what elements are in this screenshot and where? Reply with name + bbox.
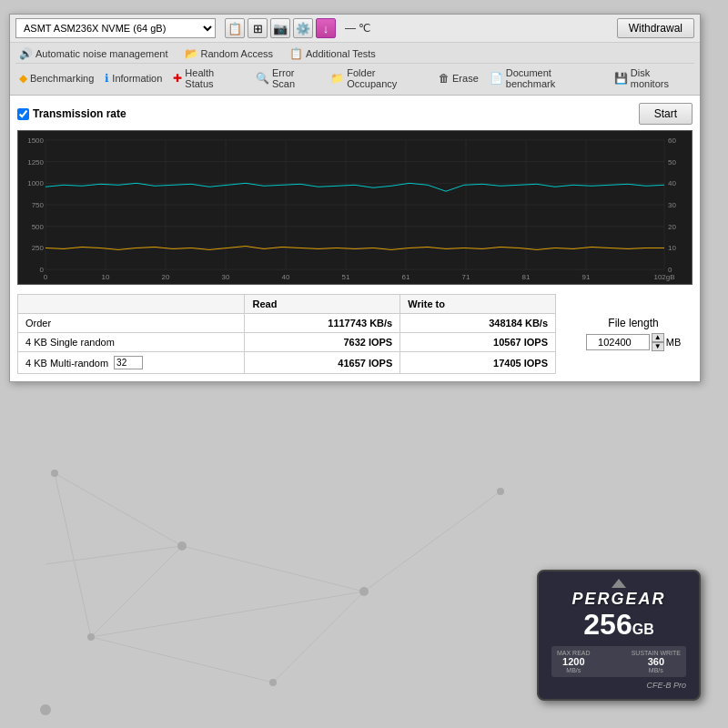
data-table: Read Write to Order 1117743 KB/s 348184 … — [17, 294, 556, 374]
main-content: Transmission rate Start — [10, 96, 700, 381]
card-spec-write: SUSTAIN WRITE 360 MB/s — [632, 650, 681, 673]
icon-copy[interactable]: 📋 — [225, 18, 245, 38]
card-read-label: MAX READ — [557, 650, 591, 656]
card-write-label: SUSTAIN WRITE — [632, 650, 681, 656]
file-length-up[interactable]: ▲ — [652, 333, 664, 342]
nav-additional-tests[interactable]: 📋 Additional Tests — [286, 46, 379, 61]
table-row: Order 1117743 KB/s 348184 KB/s — [18, 314, 556, 333]
scan-icon: 🔍 — [256, 72, 269, 85]
disk-icon: 💾 — [614, 72, 628, 85]
nav-area: 🔊 Automatic noise management 📂 Random Ac… — [10, 43, 700, 96]
nav-auto-noise[interactable]: 🔊 Automatic noise management — [15, 46, 172, 61]
row-label: Order — [18, 314, 245, 333]
svg-text:500: 500 — [32, 223, 45, 231]
card-read-unit: MB/s — [566, 667, 581, 673]
svg-text:10: 10 — [668, 244, 676, 252]
icon-camera[interactable]: 📷 — [270, 18, 290, 38]
nav-row2: ◆ Benchmarking ℹ Information ✚ Health St… — [15, 64, 694, 93]
nav-folder-occupancy[interactable]: 📁 Folder Occupancy — [327, 66, 431, 90]
svg-point-11 — [177, 541, 187, 551]
nav-erase[interactable]: 🗑 Erase — [435, 66, 482, 90]
nav-row1: 🔊 Automatic noise management 📂 Random Ac… — [15, 45, 694, 64]
svg-text:40: 40 — [282, 273, 290, 281]
file-length-label: File length — [608, 317, 658, 329]
col-header-write: Write to — [400, 295, 556, 314]
svg-text:40: 40 — [668, 179, 676, 187]
card-spec-read: MAX READ 1200 MB/s — [557, 650, 591, 673]
svg-text:60: 60 — [668, 136, 676, 145]
svg-text:91: 91 — [582, 273, 591, 281]
toolbar: ASMT ASM236X NVME (64 gB) 📋 ⊞ 📷 ⚙️ ↓ — ℃… — [10, 15, 700, 43]
row-write: 17405 IOPS — [400, 352, 556, 374]
transmission-checkbox-label[interactable]: Transmission rate — [17, 107, 126, 120]
file-length-down[interactable]: ▼ — [652, 342, 664, 351]
row-label: 4 KB Single random — [18, 333, 245, 352]
svg-text:61: 61 — [402, 273, 410, 281]
file-length-unit: MB — [666, 337, 682, 348]
table-row: 4 KB Single random 7632 IOPS 10567 IOPS — [18, 333, 556, 352]
svg-point-16 — [40, 704, 51, 715]
svg-point-13 — [359, 587, 369, 596]
doc-icon: 📄 — [490, 72, 503, 85]
svg-text:1000: 1000 — [27, 179, 44, 187]
health-icon: ✚ — [173, 72, 182, 85]
random-icon: 📂 — [185, 47, 198, 60]
icon-grid[interactable]: ⊞ — [248, 18, 268, 38]
icon-settings[interactable]: ⚙️ — [293, 18, 313, 38]
erase-icon: 🗑 — [439, 72, 450, 85]
svg-text:50: 50 — [668, 158, 676, 167]
svg-text:250: 250 — [32, 244, 45, 252]
table-row: 4 KB Multi-random 41657 IOPS 17405 IOPS — [18, 352, 556, 374]
card-capacity: 256GB — [551, 609, 686, 641]
card-specs: MAX READ 1200 MB/s SUSTAIN WRITE 360 MB/… — [551, 646, 686, 677]
withdrawal-button[interactable]: Withdrawal — [617, 18, 694, 38]
svg-text:51: 51 — [342, 273, 350, 281]
start-button[interactable]: Start — [639, 103, 693, 125]
col-header-label — [18, 295, 245, 314]
file-length-spinners: ▲ ▼ — [652, 333, 664, 351]
card-write-unit: MB/s — [649, 667, 663, 673]
nav-document-benchmark[interactable]: 📄 Document benchmark — [486, 66, 607, 90]
row-read: 7632 IOPS — [245, 333, 400, 352]
nav-information[interactable]: ℹ Information — [101, 66, 166, 90]
transmission-checkbox[interactable] — [17, 108, 29, 120]
svg-text:30: 30 — [222, 273, 230, 281]
card-outer: PERGEAR 256GB MAX READ 1200 MB/s SUSTAIN… — [537, 570, 701, 701]
row-read: 41657 IOPS — [245, 352, 400, 374]
file-length-input-wrap: ▲ ▼ MB — [586, 333, 682, 351]
row-label-spinner: 4 KB Multi-random — [18, 352, 245, 374]
card-brand: PERGEAR — [551, 590, 686, 609]
svg-text:71: 71 — [462, 273, 470, 281]
nav-health-status[interactable]: ✚ Health Status — [169, 66, 248, 90]
nav-error-scan[interactable]: 🔍 Error Scan — [252, 66, 323, 90]
tests-icon: 📋 — [289, 47, 303, 60]
nav-disk-monitors[interactable]: 💾 Disk monitors — [611, 66, 694, 90]
card-write-value: 360 — [648, 656, 664, 667]
svg-text:750: 750 — [32, 201, 45, 209]
row-write: 348184 KB/s — [400, 314, 556, 333]
svg-text:20: 20 — [162, 273, 170, 281]
row-read: 1117743 KB/s — [245, 314, 400, 333]
device-select[interactable]: ASMT ASM236X NVME (64 gB) — [15, 18, 216, 38]
icon-download[interactable]: ↓ — [316, 18, 336, 38]
multi-random-cell: 4 KB Multi-random — [25, 356, 237, 369]
folder-icon: 📁 — [330, 72, 344, 85]
svg-point-15 — [497, 488, 504, 495]
file-length-input[interactable] — [586, 334, 650, 350]
chart-container: 1500 1250 1000 750 500 250 0 60 50 40 30… — [17, 130, 693, 285]
nav-random-access[interactable]: 📂 Random Access — [181, 46, 277, 61]
svg-point-14 — [269, 679, 277, 686]
svg-text:20: 20 — [668, 223, 676, 231]
file-length-section: File length ▲ ▼ MB — [574, 294, 693, 374]
toolbar-icons: 📋 ⊞ 📷 ⚙️ ↓ — [225, 18, 336, 38]
nav-benchmarking[interactable]: ◆ Benchmarking — [15, 66, 97, 90]
chart-svg: 1500 1250 1000 750 500 250 0 60 50 40 30… — [18, 131, 692, 284]
card-triangle-icon — [612, 579, 626, 588]
spinner-input[interactable] — [115, 357, 142, 369]
svg-text:1250: 1250 — [27, 158, 44, 167]
transmission-header: Transmission rate Start — [17, 103, 693, 125]
noise-icon: 🔊 — [19, 47, 33, 60]
multi-random-label: 4 KB Multi-random — [25, 358, 108, 369]
svg-point-10 — [51, 470, 58, 477]
row-write: 10567 IOPS — [400, 333, 556, 352]
